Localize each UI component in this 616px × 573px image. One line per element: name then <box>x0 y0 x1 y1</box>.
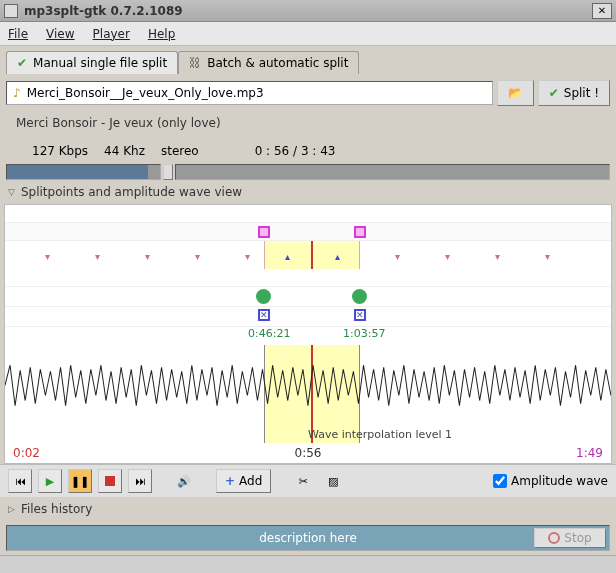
wave-area: ▾ ▾ ▾ ▾ ▾ ▴ ▴ ▾ ▾ ▾ ▾ 0:46:21 1:03:57 Wa… <box>4 204 612 464</box>
tab-batch[interactable]: ⛓ Batch & automatic split <box>178 51 359 74</box>
cut-icon[interactable]: ✂ <box>291 469 315 493</box>
section-files-history-label: Files history <box>21 502 92 516</box>
tick-icon: ▾ <box>445 251 451 257</box>
splitpoint-time-b: 1:03:57 <box>343 327 385 340</box>
playhead <box>311 241 313 269</box>
splitpoint-dot-a[interactable] <box>256 289 271 304</box>
window-title: mp3splt-gtk 0.7.2.1089 <box>24 4 183 18</box>
splitpoint-dot-b[interactable] <box>352 289 367 304</box>
volume-icon[interactable]: 🔊 <box>172 469 196 493</box>
plus-icon: + <box>225 474 235 488</box>
tab-manual[interactable]: ✔ Manual single file split <box>6 51 178 74</box>
waveform[interactable]: Wave interpolation level 1 <box>5 345 611 443</box>
position: 0 : 56 / 3 : 43 <box>255 144 336 158</box>
splitpoint-delete-a[interactable] <box>258 309 270 321</box>
amplitude-wave-label: Amplitude wave <box>511 474 608 488</box>
splitpoint-marker-b[interactable] <box>354 226 366 238</box>
tick-icon: ▾ <box>45 251 51 257</box>
file-name: Merci_Bonsoir__Je_veux_Only_love.mp3 <box>27 86 264 100</box>
statusbar <box>0 555 616 573</box>
amplitude-wave-input[interactable] <box>493 474 507 488</box>
samplerate: 44 Khz <box>104 144 145 158</box>
wave-time-right: 1:49 <box>576 446 603 460</box>
tick-icon: ▾ <box>95 251 101 257</box>
splitpoint-marker-a[interactable] <box>258 226 270 238</box>
file-path-field[interactable]: ♪ Merci_Bonsoir__Je_veux_Only_love.mp3 <box>6 81 493 105</box>
add-button[interactable]: + Add <box>216 469 271 493</box>
check-icon: ✔ <box>17 56 27 70</box>
section-splitpoints-label: Splitpoints and amplitude wave view <box>21 185 242 199</box>
tick-icon: ▾ <box>495 251 501 257</box>
description-bar: description here Stop <box>6 525 610 551</box>
tick-icon: ▾ <box>245 251 251 257</box>
description-placeholder: description here <box>259 531 357 545</box>
tick-icon: ▾ <box>195 251 201 257</box>
stop-button[interactable] <box>98 469 122 493</box>
open-file-button[interactable]: 📂 <box>497 80 534 106</box>
link-icon: ⛓ <box>189 56 201 70</box>
seek-slider[interactable] <box>175 164 610 180</box>
bitrate: 127 Kbps <box>32 144 88 158</box>
tab-manual-label: Manual single file split <box>33 56 167 70</box>
split-button[interactable]: ✔ Split ! <box>538 80 610 106</box>
menu-file[interactable]: File <box>8 27 28 41</box>
slider-handle[interactable] <box>163 164 173 180</box>
check-icon: ✔ <box>549 86 559 100</box>
stop-task-button[interactable]: Stop <box>534 528 606 548</box>
app-icon <box>4 4 18 18</box>
play-button[interactable]: ▶ <box>38 469 62 493</box>
menu-player[interactable]: Player <box>93 27 130 41</box>
menu-help[interactable]: Help <box>148 27 175 41</box>
wave-time-center: 0:56 <box>295 446 322 460</box>
add-label: Add <box>239 474 262 488</box>
stop-icon <box>548 532 560 544</box>
split-label: Split ! <box>564 86 599 100</box>
pause-button[interactable]: ❚❚ <box>68 469 92 493</box>
volume-slider[interactable] <box>6 164 161 180</box>
tick-icon: ▾ <box>145 251 151 257</box>
menu-view[interactable]: View <box>46 27 74 41</box>
track-title: Merci Bonsoir - Je veux (only love) <box>0 112 616 138</box>
tick-icon: ▾ <box>395 251 401 257</box>
folder-icon: 📂 <box>508 86 523 100</box>
close-icon[interactable]: ✕ <box>592 3 612 19</box>
wave-time-left: 0:02 <box>13 446 40 460</box>
channels: stereo <box>161 144 199 158</box>
splitpoint-delete-b[interactable] <box>354 309 366 321</box>
tab-batch-label: Batch & automatic split <box>207 56 348 70</box>
interp-label: Wave interpolation level 1 <box>308 428 452 441</box>
chevron-right-icon[interactable]: ▷ <box>8 504 15 514</box>
tick-icon: ▴ <box>335 251 341 257</box>
skip-back-button[interactable]: ⏮ <box>8 469 32 493</box>
splitpoint-time-a: 0:46:21 <box>248 327 290 340</box>
tick-icon: ▴ <box>285 251 291 257</box>
chevron-down-icon[interactable]: ▽ <box>8 187 15 197</box>
eraser-icon[interactable]: ▨ <box>321 469 345 493</box>
tick-icon: ▾ <box>545 251 551 257</box>
stop-label: Stop <box>564 531 591 545</box>
skip-fwd-button[interactable]: ⏭ <box>128 469 152 493</box>
music-icon: ♪ <box>13 86 21 100</box>
amplitude-wave-checkbox[interactable]: Amplitude wave <box>493 474 608 488</box>
